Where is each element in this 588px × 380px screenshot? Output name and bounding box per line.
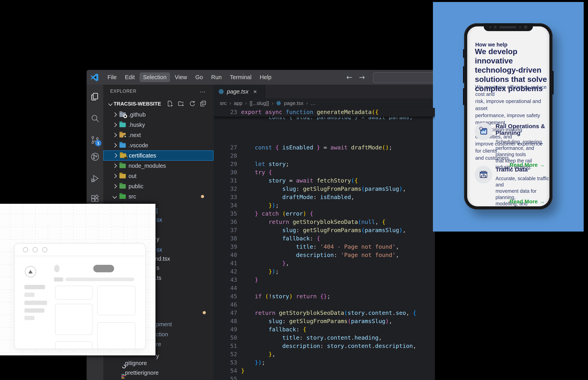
tree-item-.next[interactable]: N.next xyxy=(103,130,214,140)
tree-item-src[interactable]: src xyxy=(103,191,214,202)
tree-item-fragment: y xyxy=(156,236,159,242)
explorer-header: EXPLORER xyxy=(110,89,136,94)
collapse-all-icon[interactable] xyxy=(200,100,206,108)
triangle-icon xyxy=(28,270,33,273)
line-number: 36 xyxy=(214,218,237,226)
vscode-titlebar: FileEditSelectionViewGoRunTerminalHelp ←… xyxy=(87,70,435,85)
menu-terminal[interactable]: Terminal xyxy=(226,73,255,82)
lock-icon xyxy=(124,157,128,159)
line-text: let story; xyxy=(241,160,289,168)
read-more-link[interactable]: Read More → xyxy=(510,198,545,205)
tree-item-label: node_modules xyxy=(129,163,166,169)
new-file-icon[interactable] xyxy=(167,100,173,108)
command-center-search[interactable] xyxy=(373,72,435,83)
folder-icon xyxy=(119,184,126,189)
back-arrow-icon[interactable]: ← xyxy=(346,73,352,81)
svg-text:P: P xyxy=(483,174,484,176)
code-line: 28 xyxy=(214,152,435,160)
menu-view[interactable]: View xyxy=(171,73,190,82)
wireframe-card xyxy=(55,304,92,335)
line-text: title: '404 - Page not found', xyxy=(241,243,399,251)
line-number: 53 xyxy=(214,358,237,367)
line-number: 42 xyxy=(214,267,237,276)
github-icon xyxy=(123,114,127,118)
breadcrumb-item[interactable]: … xyxy=(311,100,316,106)
menu-go[interactable]: Go xyxy=(192,73,206,82)
wireframe-button-placeholder xyxy=(93,265,114,272)
new-folder-icon[interactable] xyxy=(178,100,184,108)
menu-selection[interactable]: Selection xyxy=(140,73,170,82)
line-text: description: 'Page not found', xyxy=(241,251,399,259)
breadcrumb[interactable]: src›app›[[...slug]]›page.tsx›… xyxy=(214,98,435,108)
refresh-icon[interactable] xyxy=(189,100,195,108)
line-text: fallback: { xyxy=(241,234,320,243)
screenshot-stage: FileEditSelectionViewGoRunTerminalHelp ←… xyxy=(0,0,588,380)
project-section-row[interactable]: TRACSIS-WEBSITE xyxy=(103,99,214,108)
run-debug-icon[interactable] xyxy=(87,170,103,187)
wireframe-card xyxy=(97,322,135,349)
modified-dot xyxy=(203,311,206,314)
editor-group[interactable]: page.tsx × src›app›[[...slug]]›page.tsx›… xyxy=(214,85,435,380)
code-line: 36 return getStoryblokSeoData(null, { xyxy=(214,218,435,226)
source-control-icon[interactable]: 1 xyxy=(87,132,103,148)
menu-file[interactable]: File xyxy=(104,73,120,82)
wireframe-logo-placeholder xyxy=(25,266,36,277)
code-editor[interactable]: 23export async function generateMetadata… xyxy=(214,108,435,380)
wireframe-text-bar xyxy=(24,293,35,297)
line-text: }, xyxy=(241,350,276,358)
more-actions-icon[interactable]: … xyxy=(200,87,206,94)
folder-icon xyxy=(119,123,126,127)
git-circle-icon[interactable] xyxy=(87,148,103,165)
tree-item-.github[interactable]: .github xyxy=(103,110,214,120)
tree-item-out[interactable]: out xyxy=(103,171,214,181)
tree-item-label: out xyxy=(129,173,136,179)
tree-item-.prettierignore[interactable]: .prettierignore xyxy=(121,370,159,376)
line-number: 48 xyxy=(214,317,237,325)
tree-item-fragment: ] xyxy=(156,207,158,214)
tree-item-fragment: s xyxy=(156,265,159,271)
traffic-data-icon: P xyxy=(475,166,492,184)
explorer-actions xyxy=(167,100,206,108)
line-text: slug: getSlugFromParams(paramsSlug), xyxy=(241,317,392,325)
forward-arrow-icon[interactable]: → xyxy=(359,73,365,81)
files-icon[interactable] xyxy=(87,88,103,105)
sensor-dot-icon xyxy=(519,26,521,28)
tree-item-.husky[interactable]: .husky xyxy=(103,120,214,130)
menu-run[interactable]: Run xyxy=(208,73,225,82)
breadcrumb-separator-icon: › xyxy=(229,100,231,106)
line-number: 37 xyxy=(214,226,237,234)
speaker-grille-icon xyxy=(499,26,516,28)
line-text: }, xyxy=(241,259,289,267)
badge-count: 1 xyxy=(95,140,101,146)
sticky-scroll-line[interactable]: 23export async function generateMetadata… xyxy=(214,108,435,116)
breadcrumb-item[interactable]: src xyxy=(220,100,227,106)
line-number: 31 xyxy=(214,176,237,185)
close-icon[interactable]: × xyxy=(253,88,257,95)
modified-dot xyxy=(201,195,204,198)
breadcrumb-item[interactable]: [[...slug]] xyxy=(250,100,269,106)
code-line: 27 const { isEnabled } = await draftMode… xyxy=(214,143,435,152)
line-text: slug: getSlugFromParams(paramsSlug), xyxy=(241,226,406,234)
tab-page-tsx[interactable]: page.tsx × xyxy=(214,85,265,98)
breadcrumb-item[interactable]: page.tsx xyxy=(284,100,303,106)
next-badge-icon: N xyxy=(123,135,127,139)
search-icon[interactable] xyxy=(87,110,103,127)
tree-item-.vscode[interactable]: .vscode xyxy=(103,140,214,151)
tree-item-.gitignore[interactable]: .gitignore xyxy=(121,360,147,366)
phone-volume-up-button xyxy=(463,66,464,83)
wireframe-dot-placeholder xyxy=(54,265,60,272)
tree-item-public[interactable]: public xyxy=(103,181,214,191)
line-number: 49 xyxy=(214,325,237,334)
phone-power-button xyxy=(552,71,553,95)
menu-edit[interactable]: Edit xyxy=(121,73,138,82)
tree-item-certificates[interactable]: certificates xyxy=(103,151,214,161)
tree-item-node_modules[interactable]: node_modules xyxy=(103,161,214,171)
tree-item-fragment: .ts xyxy=(155,275,161,281)
chevron-right-icon xyxy=(112,113,117,117)
breadcrumb-item[interactable]: app xyxy=(234,100,242,106)
line-text: return getStoryblokSeoData(story.content… xyxy=(241,309,416,317)
menu-help[interactable]: Help xyxy=(256,73,275,82)
code-line: 40 description: 'Page not found', xyxy=(214,251,435,259)
hero-heading-line: We develop innovative xyxy=(475,47,550,65)
react-icon xyxy=(276,101,281,106)
